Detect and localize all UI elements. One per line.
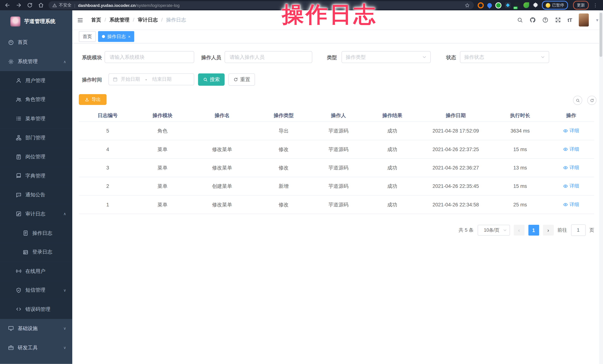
type-select[interactable]: 操作类型 (341, 51, 431, 63)
breadcrumb-item[interactable]: 首页 (91, 17, 101, 23)
eye-icon (563, 128, 568, 133)
detail-link[interactable]: 详细 (563, 183, 579, 189)
fullscreen-icon[interactable] (555, 17, 561, 23)
refresh-table-button[interactable] (587, 96, 596, 105)
avatar-caret-icon[interactable]: ▼ (595, 18, 599, 22)
breadcrumb-item[interactable]: 审计日志 (129, 17, 158, 23)
breadcrumb: 首页 系统管理 审计日志 操作日志 (91, 17, 186, 23)
extension-icon[interactable]: on (514, 2, 520, 8)
reload-icon[interactable] (27, 2, 33, 8)
status-select[interactable]: 操作状态 (460, 51, 549, 63)
help-icon[interactable] (542, 17, 548, 23)
extension-icon[interactable] (523, 2, 529, 8)
sidebar-menu-item[interactable]: 字典管理 (0, 166, 72, 186)
next-page-button[interactable]: › (543, 225, 554, 236)
sidebar-menu-item[interactable]: 登录日志 (0, 243, 72, 262)
sidebar-menu-item[interactable]: 通知公告 (0, 186, 72, 205)
column-header: 操作结果 (365, 112, 419, 119)
sidebar-menu-item[interactable]: 错误码管理 (0, 300, 72, 319)
sidebar-menu-item[interactable]: 短信管理 ∨ (0, 281, 72, 300)
sidebar-menu-item[interactable]: 研发工具 ∨ (0, 338, 72, 357)
sidebar-menu-item[interactable]: 基础设施 ∨ (0, 319, 72, 338)
refresh-icon (233, 77, 238, 82)
sidebar-menu-item[interactable]: 首页 (0, 33, 72, 52)
search-icon[interactable] (517, 17, 523, 23)
sidebar-menu-item[interactable]: 系统管理 ∧ (0, 52, 72, 71)
user-avatar[interactable] (579, 13, 589, 26)
cell-op-type: 导出 (256, 127, 312, 134)
home-icon[interactable] (38, 2, 44, 8)
forward-icon[interactable] (16, 2, 22, 8)
sidebar-menu-item[interactable]: 岗位管理 (0, 147, 72, 166)
table-row[interactable]: 5 角色 导出 芋道源码 成功 2021-04-28 17:52:09 3634… (79, 122, 594, 140)
cell-op-name: 创建菜单 (188, 183, 256, 189)
page-scrollbar[interactable] (599, 11, 603, 364)
eye-icon (563, 165, 568, 170)
detail-link[interactable]: 详细 (563, 127, 579, 134)
cell-module: 菜单 (137, 164, 188, 171)
badge-icon (16, 154, 22, 160)
tags-bar: 首页 操作日志 × (72, 30, 603, 43)
address-bar[interactable]: 不安全 | dashboard.yudao.iocoder.cn /system… (48, 1, 474, 9)
url-path: /system/log/operate-log (136, 3, 180, 8)
sidebar-menu-item[interactable]: 用户管理 (0, 71, 72, 90)
cell-duration: 15 ms (492, 183, 548, 189)
bookmark-star-icon[interactable] (464, 2, 470, 8)
operator-input[interactable] (225, 51, 312, 63)
back-icon[interactable] (5, 2, 11, 8)
close-icon[interactable]: × (128, 34, 130, 39)
profile-paused-chip[interactable]: 已暂停 (542, 1, 568, 10)
table-row[interactable]: 2 菜单 创建菜单 新增 芋道源码 成功 2021-04-26 22:35:45… (79, 177, 594, 196)
breadcrumb-item[interactable]: 操作日志 (158, 17, 186, 23)
sidebar-menu: 首页 系统管理 ∧ 用户管理 (0, 33, 72, 364)
font-size-icon[interactable]: tT (568, 17, 572, 23)
goto-page-input[interactable] (571, 224, 586, 236)
detail-link[interactable]: 详细 (563, 164, 579, 171)
sidebar-logo[interactable]: 芋道管理系统 (0, 11, 72, 33)
detail-link[interactable]: 详细 (563, 201, 579, 208)
sidebar-menu-item[interactable]: 在线用户 (0, 262, 72, 281)
sidebar: 芋道管理系统 首页 系统管理 ∧ (0, 11, 72, 364)
pagination: 共 5 条 10条/页 ‹ 1 › 前往 页 (459, 224, 594, 236)
table-row[interactable]: 3 菜单 修改菜单 修改 芋道源码 成功 2021-04-26 22:36:27… (79, 159, 594, 177)
github-icon[interactable] (529, 17, 535, 23)
main-area: 首页 系统管理 审计日志 操作日志 tT ▼ (72, 11, 603, 364)
export-button[interactable]: 导出 (79, 94, 106, 105)
toolbox-icon (8, 345, 14, 351)
extension-icon[interactable] (486, 2, 493, 8)
scrollbar-thumb[interactable] (600, 13, 602, 57)
table-row[interactable]: 1 菜单 修改菜单 修改 芋道源码 成功 2021-04-26 22:34:58… (79, 196, 594, 214)
sidebar-menu-item[interactable]: 角色管理 (0, 90, 72, 109)
extensions-puzzle-icon[interactable] (533, 2, 538, 8)
goto-label: 前往 (557, 227, 567, 233)
page-size-select[interactable]: 10条/页 (477, 225, 510, 236)
chrome-update-button[interactable]: 更新 (573, 1, 589, 10)
table-row[interactable]: 4 菜单 修改菜单 修改 芋道源码 成功 2021-04-26 22:37:25… (79, 140, 594, 159)
sidebar-menu-item[interactable]: 菜单管理 (0, 109, 72, 128)
date-range-picker[interactable]: 开始日期 - 结束日期 (108, 73, 194, 85)
extension-icon[interactable] (495, 2, 501, 8)
column-header: 操作名 (188, 112, 256, 119)
sidebar-menu-item[interactable]: 部门管理 (0, 128, 72, 147)
sidebar-menu-item[interactable]: 审计日志 ∧ (0, 205, 72, 224)
browser-menu-icon[interactable]: ⋮ (592, 2, 600, 8)
prev-page-button[interactable]: ‹ (514, 225, 524, 236)
reset-button[interactable]: 重置 (229, 73, 255, 86)
extension-icon[interactable] (505, 2, 510, 8)
breadcrumb-item[interactable]: 系统管理 (101, 17, 129, 23)
module-input[interactable] (104, 51, 194, 63)
current-page[interactable]: 1 (528, 225, 539, 236)
sidebar-fold-icon[interactable] (77, 17, 83, 23)
show-search-button[interactable] (573, 96, 582, 105)
column-header: 操作模块 (137, 112, 188, 119)
book-icon (16, 173, 22, 179)
cell-duration: 15 ms (492, 146, 548, 152)
view-tag[interactable]: 操作日志 × (98, 31, 135, 42)
extension-icon[interactable] (477, 2, 484, 8)
cell-result: 成功 (365, 183, 419, 189)
sidebar-menu-item[interactable]: 操作日志 (0, 223, 72, 243)
search-button[interactable]: 搜索 (198, 73, 225, 86)
view-tag[interactable]: 首页 (79, 31, 96, 42)
cell-result: 成功 (365, 164, 419, 171)
detail-link[interactable]: 详细 (563, 146, 579, 152)
